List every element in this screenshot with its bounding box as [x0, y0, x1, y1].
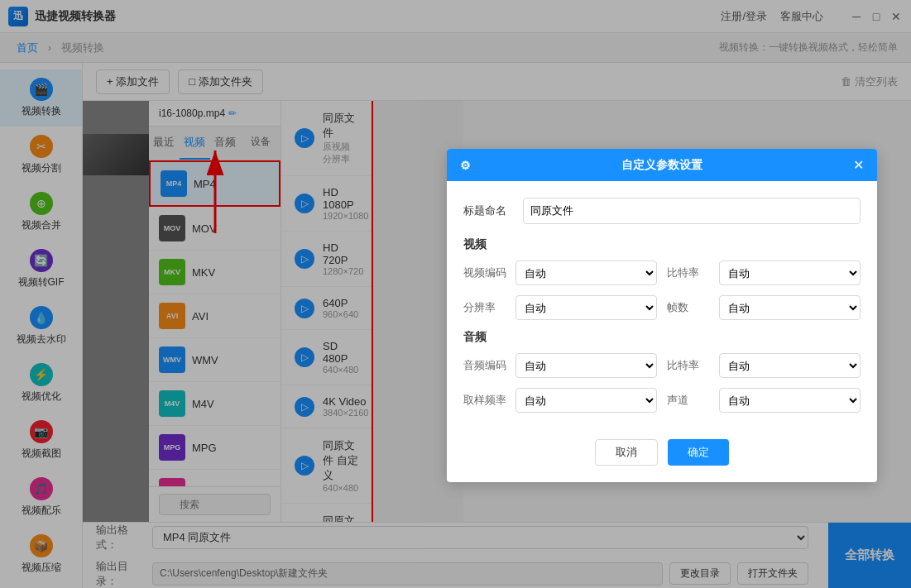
- audio-bitrate-field: 比特率 自动: [667, 353, 861, 378]
- resolution-label: 分辨率: [463, 300, 509, 315]
- audio-params-grid: 音频编码 自动 比特率 自动 取样频率 自动: [463, 353, 861, 413]
- sample-rate-field: 取样频率 自动: [463, 388, 657, 413]
- custom-params-modal: ⚙ 自定义参数设置 ✕ 标题命名 视频 视频编码 自动 比特率: [447, 149, 877, 482]
- modal-header: ⚙ 自定义参数设置 ✕: [447, 149, 877, 181]
- modal-confirm-button[interactable]: 确定: [668, 439, 729, 466]
- title-name-input[interactable]: [523, 198, 861, 224]
- bitrate-field: 比特率 自动: [667, 261, 861, 285]
- channel-label: 声道: [667, 393, 712, 408]
- modal-title-icon: ⚙: [460, 159, 471, 172]
- modal-footer: 取消 确定: [447, 429, 877, 482]
- fps-select[interactable]: 自动: [719, 295, 861, 320]
- audio-bitrate-select[interactable]: 自动: [719, 353, 861, 378]
- audio-section-title: 音频: [463, 330, 861, 345]
- video-codec-select[interactable]: 自动: [515, 261, 657, 285]
- channel-select[interactable]: 自动: [719, 388, 861, 413]
- audio-codec-label: 音频编码: [463, 358, 509, 373]
- title-name-label: 标题命名: [463, 203, 513, 218]
- fps-field: 帧数 自动: [667, 295, 861, 320]
- audio-codec-field: 音频编码 自动: [463, 353, 657, 378]
- resolution-field: 分辨率 自动: [463, 295, 657, 320]
- resolution-select[interactable]: 自动: [515, 295, 657, 320]
- sample-rate-select[interactable]: 自动: [515, 388, 657, 413]
- modal-cancel-button[interactable]: 取消: [595, 439, 658, 466]
- fps-label: 帧数: [667, 300, 712, 315]
- audio-bitrate-label: 比特率: [667, 358, 712, 373]
- sample-rate-label: 取样频率: [463, 393, 509, 408]
- modal-body: 标题命名 视频 视频编码 自动 比特率 自动: [447, 181, 877, 429]
- video-params-grid: 视频编码 自动 比特率 自动 分辨率 自动: [463, 261, 861, 320]
- video-codec-label: 视频编码: [463, 265, 509, 280]
- video-section-title: 视频: [463, 237, 861, 252]
- modal-title-name-row: 标题命名: [463, 198, 861, 224]
- modal-title-text: 自定义参数设置: [621, 158, 702, 173]
- video-codec-field: 视频编码 自动: [463, 261, 657, 285]
- audio-codec-select[interactable]: 自动: [515, 353, 657, 378]
- modal-close-button[interactable]: ✕: [853, 157, 864, 173]
- bitrate-label: 比特率: [667, 265, 712, 280]
- channel-field: 声道 自动: [667, 388, 861, 413]
- bitrate-select[interactable]: 自动: [719, 261, 861, 285]
- modal-overlay: ⚙ 自定义参数设置 ✕ 标题命名 视频 视频编码 自动 比特率: [0, 0, 911, 588]
